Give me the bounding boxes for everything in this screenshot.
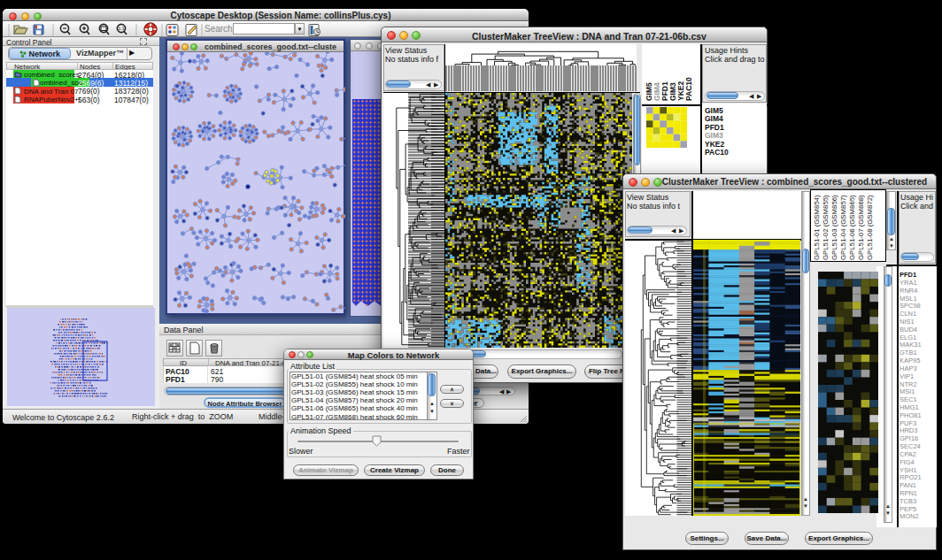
svg-text:GPL51-06 (GSM865): GPL51-06 (GSM865) <box>848 195 856 260</box>
svg-text:PAC10: PAC10 <box>684 77 693 101</box>
svg-text:1:1: 1:1 <box>119 26 125 31</box>
svg-text:GPL51-07 (GSM868): GPL51-07 (GSM868) <box>857 195 865 260</box>
svg-text:GPL51-03 (GSM856): GPL51-03 (GSM856) <box>830 195 838 260</box>
svg-text:GPL51-04 (GSM857): GPL51-04 (GSM857) <box>839 195 847 260</box>
svg-text:GPL51-08 (GSM872): GPL51-08 (GSM872) <box>866 195 874 260</box>
svg-text:GPL51-02 (GSM855): GPL51-02 (GSM855) <box>822 195 830 260</box>
svg-text:GPL51-01 (GSM854): GPL51-01 (GSM854) <box>813 195 821 260</box>
